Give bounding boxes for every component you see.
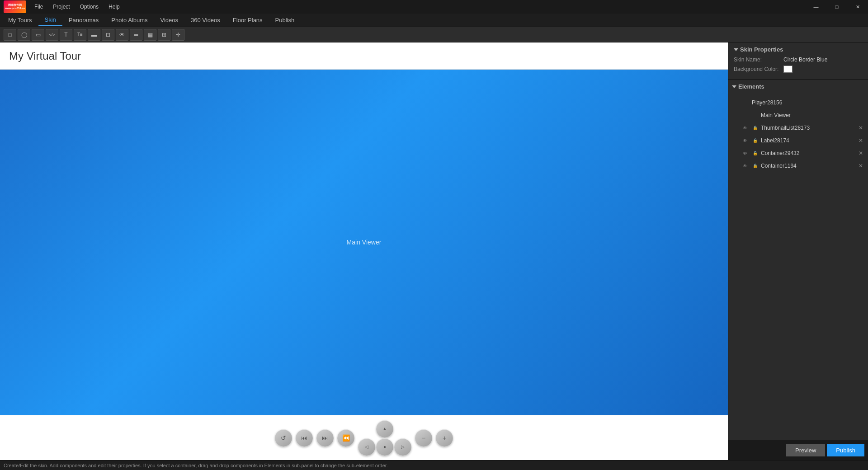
right-panel: Skin Properties Skin Name: Circle Border… <box>728 42 868 460</box>
skin-name-value: Circle Border Blue <box>783 56 827 63</box>
eye-icon-label[interactable]: 👁 <box>741 137 749 144</box>
element-name-container2: Container1194 <box>761 163 854 169</box>
tour-footer: ↺ ⏮ ⏭ ⏪ ▲ ◁ ● ▷ − + <box>0 415 728 460</box>
element-name-main-viewer: Main Viewer <box>761 112 864 118</box>
main-area: My Virtual Tour Main Viewer ↺ ⏮ ⏭ ⏪ ▲ ◁ … <box>0 42 868 460</box>
eye-icon-container1[interactable]: 👁 <box>741 150 749 156</box>
element-name-label: Label28174 <box>761 137 854 144</box>
menu-file[interactable]: File <box>30 2 47 12</box>
up-control-btn[interactable]: ▲ <box>376 420 393 437</box>
element-row-thumbnail[interactable]: 👁 🔒 ThumbnailList28173 ✕ <box>737 122 868 134</box>
close-icon-thumbnail[interactable]: ✕ <box>857 124 864 132</box>
nav-videos[interactable]: Videos <box>154 14 185 26</box>
rounded-rect-btn[interactable]: ▭ <box>32 29 44 41</box>
element-row-label[interactable]: 👁 🔒 Label28174 ✕ <box>737 134 868 147</box>
next-control-btn[interactable]: ⏭ <box>316 429 334 446</box>
nav-360-videos[interactable]: 360 Videos <box>184 14 226 26</box>
bg-color-swatch[interactable] <box>783 66 793 73</box>
skin-properties-header: Skin Properties <box>734 46 863 53</box>
prev-control-btn[interactable]: ⏮ <box>296 429 313 446</box>
skin-name-row: Skin Name: Circle Border Blue <box>734 56 863 63</box>
left-control-btn[interactable]: ◁ <box>358 438 375 456</box>
close-icon-label[interactable]: ✕ <box>857 137 864 144</box>
nav-publish[interactable]: Publish <box>269 14 301 26</box>
toolbar: □ ◯ ▭ </> T T≡ ▬ ⊡ 👁 ═ ▦ ⊞ ✛ <box>0 27 868 42</box>
eye-icon-container2[interactable]: 👁 <box>741 163 749 169</box>
titlebar: 网东软件网www.pcu359.cn File Project Options … <box>0 0 868 14</box>
tour-header: My Virtual Tour <box>0 42 728 70</box>
code-btn[interactable]: </> <box>46 29 58 41</box>
horizontal-btn[interactable]: ▬ <box>88 29 100 41</box>
navbar: My Tours Skin Panoramas Photo Albums Vid… <box>0 14 868 27</box>
publish-button[interactable]: Publish <box>827 444 864 456</box>
directional-cluster: ▲ ◁ ● ▷ <box>358 420 411 456</box>
close-button[interactable]: ✕ <box>847 0 868 14</box>
app-logo: 网东软件网www.pcu359.cn <box>4 0 26 13</box>
rectangle-tool-btn[interactable]: □ <box>4 29 16 41</box>
text-btn[interactable]: T <box>60 29 72 41</box>
close-icon-container1[interactable]: ✕ <box>857 150 864 157</box>
rewind-control-btn[interactable]: ↺ <box>275 429 292 446</box>
tour-viewer: Main Viewer <box>0 70 728 415</box>
elements-header: Elements <box>728 83 868 93</box>
element-row-player[interactable]: Player28156 <box>728 96 868 109</box>
lock-icon-thumbnail[interactable]: 🔒 <box>752 125 758 131</box>
menu-options[interactable]: Options <box>75 2 103 12</box>
statusbar-text: Create/Edit the skin. Add components and… <box>4 463 388 468</box>
nav-panoramas[interactable]: Panoramas <box>62 14 105 26</box>
nav-photo-albums[interactable]: Photo Albums <box>105 14 154 26</box>
right-control-btn[interactable]: ▷ <box>394 438 411 456</box>
bg-color-label: Background Color: <box>734 66 783 72</box>
triangle-icon <box>734 48 738 51</box>
viewer-label-text: Main Viewer <box>347 239 382 246</box>
skin-name-label: Skin Name: <box>734 56 783 63</box>
back-control-btn[interactable]: ⏪ <box>337 429 354 446</box>
preview-button[interactable]: Preview <box>786 444 825 456</box>
close-icon-container2[interactable]: ✕ <box>857 162 864 169</box>
lock-icon-container1[interactable]: 🔒 <box>752 150 758 156</box>
tour-canvas: My Virtual Tour Main Viewer ↺ ⏮ ⏭ ⏪ ▲ ◁ … <box>0 42 728 460</box>
canvas-area: My Virtual Tour Main Viewer ↺ ⏮ ⏭ ⏪ ▲ ◁ … <box>0 42 728 460</box>
element-name-player: Player28156 <box>752 99 864 106</box>
nav-skin[interactable]: Skin <box>38 14 62 26</box>
maximize-button[interactable]: □ <box>826 0 847 14</box>
elements-title: Elements <box>738 83 764 90</box>
nav-my-tours[interactable]: My Tours <box>2 14 38 26</box>
table-btn[interactable]: ▦ <box>144 29 156 41</box>
window-controls: — □ ✕ <box>806 0 868 14</box>
eye-btn[interactable]: 👁 <box>116 29 128 41</box>
bg-color-row: Background Color: <box>734 66 863 73</box>
statusbar: Create/Edit the skin. Add components and… <box>0 460 868 470</box>
center-control-btn[interactable]: ● <box>376 438 393 456</box>
elements-section: Elements Player28156 Main Viewer 👁 🔒 Thu… <box>728 80 868 460</box>
bottom-action-area: Preview Publish <box>728 440 868 460</box>
element-row-container2[interactable]: 👁 🔒 Container1194 ✕ <box>737 160 868 172</box>
tour-title-text: My Virtual Tour <box>9 50 81 62</box>
nav-floor-plans[interactable]: Floor Plans <box>226 14 269 26</box>
grid-btn[interactable]: ⊡ <box>102 29 114 41</box>
eye-icon-thumbnail[interactable]: 👁 <box>741 125 749 131</box>
layout-btn[interactable]: ⊞ <box>158 29 170 41</box>
skin-properties-title: Skin Properties <box>740 46 783 53</box>
text-format-btn[interactable]: T≡ <box>74 29 86 41</box>
crosshair-btn[interactable]: ✛ <box>172 29 184 41</box>
minimize-button[interactable]: — <box>806 0 826 14</box>
element-name-thumbnail: ThumbnailList28173 <box>761 125 854 131</box>
element-name-container1: Container29432 <box>761 150 854 156</box>
zoom-out-control-btn[interactable]: − <box>415 429 432 446</box>
zoom-in-control-btn[interactable]: + <box>436 429 453 446</box>
element-row-main-viewer[interactable]: Main Viewer <box>737 109 868 122</box>
lock-icon-container2[interactable]: 🔒 <box>752 163 758 169</box>
lock-icon-label[interactable]: 🔒 <box>752 137 758 144</box>
menu-project[interactable]: Project <box>48 2 74 12</box>
menu-help[interactable]: Help <box>104 2 124 12</box>
title-menu: File Project Options Help <box>30 2 124 12</box>
separator-btn[interactable]: ═ <box>130 29 142 41</box>
skin-properties-section: Skin Properties Skin Name: Circle Border… <box>728 42 868 80</box>
elements-triangle-icon <box>732 85 736 88</box>
ellipse-tool-btn[interactable]: ◯ <box>18 29 30 41</box>
element-row-container1[interactable]: 👁 🔒 Container29432 ✕ <box>737 147 868 160</box>
